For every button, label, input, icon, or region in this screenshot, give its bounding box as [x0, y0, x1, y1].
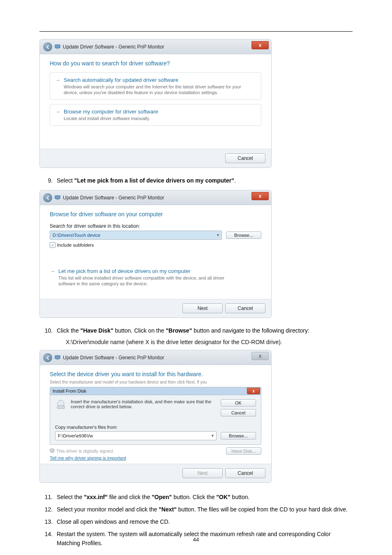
have-disk-button[interactable]: Have Disk... [226, 447, 261, 455]
chevron-down-icon: ▼ [211, 434, 214, 438]
next-button[interactable]: Next [182, 468, 223, 478]
close-icon[interactable]: x [247, 388, 260, 394]
disk-icon [55, 399, 67, 411]
search-location-label: Search for driver software in this locat… [50, 223, 261, 229]
browse-button[interactable]: Browse... [226, 231, 261, 239]
monitor-icon [55, 355, 60, 361]
close-icon[interactable]: x [251, 192, 269, 200]
install-from-disk-title: Install From Disk x [50, 387, 261, 395]
checkbox-icon: ✓ [50, 242, 55, 248]
step-10: Click the "Have Disk" button. Click on t… [54, 324, 353, 337]
option-pick-sub: This list will show installed driver sof… [58, 275, 239, 287]
dialog3-tinytext: Select the manufacturer and model of you… [50, 380, 261, 384]
ok-button[interactable]: OK [221, 399, 256, 407]
dialog3-heading: Select the device driver you want to ins… [50, 371, 261, 377]
tell-me-link[interactable]: Tell me why driver signing is important [50, 456, 261, 460]
svg-rect-7 [57, 406, 65, 409]
step-11: Select the "xxx.inf" file and click the … [54, 491, 353, 503]
dialog1-heading: How do you want to search for driver sof… [50, 60, 261, 67]
dialog-title-2: Update Driver Software - Generic PnP Mon… [63, 195, 164, 201]
svg-rect-0 [55, 45, 60, 48]
signed-label: This driver is digitally signed. [50, 448, 114, 454]
arrow-right-icon: → [55, 109, 60, 121]
browse-button[interactable]: Browse... [221, 432, 256, 439]
dialog2-heading: Browse for driver software on your compu… [50, 211, 261, 217]
monitor-icon [55, 44, 60, 50]
option-search-auto-sub: Windows will search your computer and th… [64, 84, 244, 95]
path-input[interactable]: D:\Drivers\Touch device ▼ [50, 231, 222, 240]
svg-rect-3 [56, 199, 58, 200]
svg-rect-1 [56, 49, 58, 49]
shield-icon [50, 448, 55, 454]
close-icon[interactable]: x [251, 352, 269, 360]
page-number: 44 [0, 536, 392, 543]
cancel-button[interactable]: Cancel [225, 153, 265, 163]
dialog-browse: Update Driver Software - Generic PnP Mon… [39, 190, 272, 318]
dialog-title-3: Update Driver Software - Generic PnP Mon… [63, 355, 164, 361]
copy-from-label: Copy manufacturer's files from: [55, 425, 256, 430]
install-from-disk-dialog: Install From Disk x Insert the manufactu… [50, 387, 261, 445]
step-10-line2: X:\Driver\module name (where X is the dr… [66, 338, 353, 347]
option-search-auto[interactable]: → Search automatically for updated drive… [50, 72, 261, 100]
svg-rect-5 [56, 359, 58, 360]
back-icon[interactable] [43, 353, 52, 362]
dialog-search-method: Update Driver Software - Generic PnP Mon… [39, 39, 272, 168]
cancel-button[interactable]: Cancel [221, 409, 256, 416]
cancel-button[interactable]: Cancel [225, 303, 265, 313]
dialog-title-1: Update Driver Software - Generic PnP Mon… [63, 44, 164, 50]
back-icon[interactable] [43, 42, 52, 51]
option-search-auto-title: Search automatically for updated driver … [64, 77, 244, 83]
include-subfolders-checkbox[interactable]: ✓ Include subfolders [50, 242, 261, 248]
svg-rect-4 [55, 356, 60, 359]
dialog-header-2: Update Driver Software - Generic PnP Mon… [40, 190, 271, 205]
option-pick-title: Let me pick from a list of device driver… [58, 268, 239, 274]
option-browse-title: Browse my computer for driver software [64, 109, 158, 115]
next-button[interactable]: Next [182, 303, 223, 313]
arrow-right-icon: → [55, 77, 60, 95]
dialog-have-disk: Update Driver Software - Generic PnP Mon… [39, 350, 272, 483]
step-12: Select your monitor model and click the … [54, 503, 353, 516]
monitor-icon [55, 195, 60, 201]
option-browse[interactable]: → Browse my computer for driver software… [50, 104, 261, 126]
back-icon[interactable] [43, 193, 52, 202]
copy-path-input[interactable]: F:\Driver\e936Vw ▼ [55, 431, 217, 440]
dialog-header-1: Update Driver Software - Generic PnP Mon… [40, 39, 271, 54]
cancel-button[interactable]: Cancel [225, 468, 265, 478]
step-9: Select "Let me pick from a list of devic… [54, 174, 353, 187]
dialog-header-3: Update Driver Software - Generic PnP Mon… [40, 350, 271, 365]
chevron-down-icon: ▼ [216, 233, 220, 237]
install-instruction: Insert the manufacturer's installation d… [71, 399, 217, 409]
close-icon[interactable]: x [251, 41, 269, 49]
step-13: Close all open windows and remove the CD… [54, 516, 353, 528]
arrow-right-icon: → [50, 268, 55, 287]
option-browse-sub: Locate and install driver software manua… [64, 116, 158, 121]
svg-rect-2 [55, 196, 60, 199]
